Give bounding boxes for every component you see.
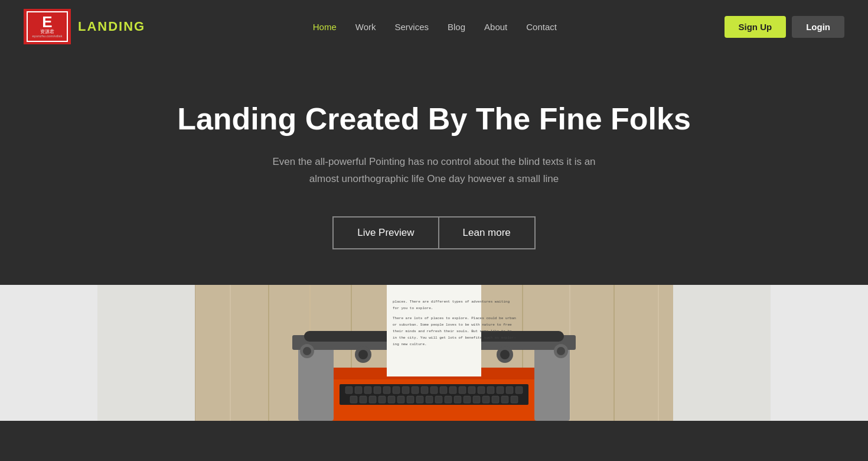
nav-link-about[interactable]: About xyxy=(484,22,507,32)
white-margin-right xyxy=(771,285,868,421)
hero-section: Landing Created By The Fine Folks Even t… xyxy=(0,53,868,285)
nav-link-contact[interactable]: Contact xyxy=(526,22,557,32)
image-section: places. There are different types of adv… xyxy=(0,285,868,421)
lean-more-button[interactable]: Lean more xyxy=(438,216,536,249)
svg-text:ing new culture.: ing new culture. xyxy=(393,342,427,346)
svg-text:for you to explore.: for you to explore. xyxy=(393,306,433,310)
white-margin-left xyxy=(0,285,97,421)
svg-text:places. There are different ty: places. There are different types of adv… xyxy=(393,300,510,304)
svg-point-70 xyxy=(500,350,510,359)
svg-rect-50 xyxy=(360,396,367,403)
nav-links: Home Work Services Blog About Contact xyxy=(313,22,557,32)
svg-rect-57 xyxy=(426,396,433,403)
hero-subtitle: Even the all-powerful Pointing has no co… xyxy=(263,154,605,188)
nav-link-work[interactable]: Work xyxy=(355,22,376,32)
svg-point-74 xyxy=(557,347,565,355)
svg-text:There are lots of places to ex: There are lots of places to explore. Pla… xyxy=(393,316,516,320)
svg-rect-30 xyxy=(345,387,353,394)
svg-rect-48 xyxy=(515,387,523,394)
svg-rect-62 xyxy=(473,396,480,403)
svg-rect-40 xyxy=(440,387,447,394)
svg-rect-55 xyxy=(407,396,414,403)
svg-rect-54 xyxy=(397,396,404,403)
svg-text:their minds and refresh their : their minds and refresh their souls. But… xyxy=(393,329,512,333)
svg-rect-64 xyxy=(492,396,499,403)
hero-buttons: Live Preview Lean more xyxy=(332,216,536,249)
navbar: E 资源君 eyunzhu.com/vdisk LANDING Home Wor… xyxy=(0,0,868,53)
logo-url: eyunzhu.com/vdisk xyxy=(32,34,62,39)
svg-rect-41 xyxy=(449,387,456,394)
svg-rect-44 xyxy=(478,387,485,394)
svg-rect-33 xyxy=(374,387,381,394)
svg-rect-45 xyxy=(487,387,494,394)
hero-title: Landing Created By The Fine Folks xyxy=(177,100,691,137)
svg-rect-13 xyxy=(97,285,195,421)
svg-rect-39 xyxy=(430,387,438,394)
nav-link-home[interactable]: Home xyxy=(313,22,337,32)
svg-rect-43 xyxy=(468,387,475,394)
svg-rect-56 xyxy=(416,396,423,403)
logo-box-inner: E 资源君 eyunzhu.com/vdisk xyxy=(27,11,68,42)
svg-rect-65 xyxy=(501,396,508,403)
typewriter-image: places. There are different types of adv… xyxy=(0,285,868,421)
svg-rect-58 xyxy=(435,396,442,403)
logo-area: E 资源君 eyunzhu.com/vdisk LANDING xyxy=(24,9,145,44)
svg-rect-46 xyxy=(497,387,504,394)
brand-name: LANDING xyxy=(78,19,145,34)
svg-rect-36 xyxy=(402,387,409,394)
svg-rect-31 xyxy=(355,387,362,394)
nav-buttons: Sign Up Login xyxy=(725,16,845,38)
svg-rect-47 xyxy=(506,387,513,394)
svg-rect-66 xyxy=(511,396,518,403)
logo-letter: E xyxy=(42,14,52,30)
svg-rect-35 xyxy=(393,387,400,394)
svg-text:or suburban. Some people loves: or suburban. Some people loves to be wit… xyxy=(393,323,512,327)
svg-rect-51 xyxy=(369,396,376,403)
svg-rect-38 xyxy=(421,387,428,394)
svg-rect-14 xyxy=(673,285,771,421)
svg-rect-61 xyxy=(464,396,471,403)
nav-link-blog[interactable]: Blog xyxy=(448,22,465,32)
svg-rect-63 xyxy=(482,396,490,403)
svg-rect-32 xyxy=(364,387,371,394)
logo-box: E 资源君 eyunzhu.com/vdisk xyxy=(24,9,71,44)
svg-point-68 xyxy=(358,350,368,359)
signup-button[interactable]: Sign Up xyxy=(725,16,787,38)
login-button[interactable]: Login xyxy=(792,16,844,38)
live-preview-button[interactable]: Live Preview xyxy=(332,216,438,249)
svg-text:in the city. You will get lots: in the city. You will get lots of benefi… xyxy=(393,336,516,340)
svg-rect-34 xyxy=(383,387,390,394)
svg-rect-60 xyxy=(454,396,461,403)
typewriter-svg: places. There are different types of adv… xyxy=(97,285,771,421)
logo-chinese: 资源君 xyxy=(40,30,54,34)
svg-rect-49 xyxy=(350,396,357,403)
svg-rect-59 xyxy=(445,396,452,403)
svg-rect-42 xyxy=(459,387,466,394)
svg-point-72 xyxy=(303,347,311,355)
svg-rect-53 xyxy=(388,396,395,403)
svg-rect-37 xyxy=(412,387,419,394)
nav-link-services[interactable]: Services xyxy=(395,22,429,32)
svg-rect-52 xyxy=(378,396,386,403)
